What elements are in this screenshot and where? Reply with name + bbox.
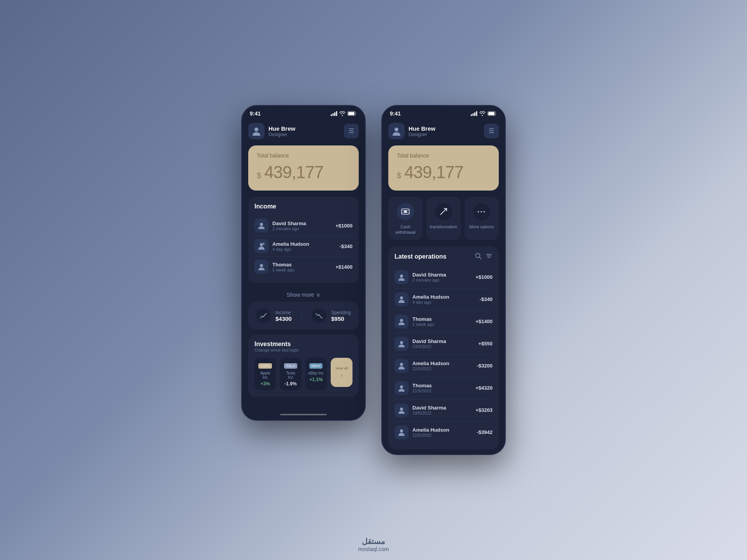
op-row-1: David Sharma 2 minutes ago +$1000 [395,266,493,289]
investment-aapl[interactable]: AAPL Apple Inc +3% [254,358,276,390]
ebay-change: +1.1% [309,377,324,382]
svg-rect-0 [331,114,332,116]
tx-amount-3: +$1400 [335,264,352,270]
balance-number-left: 439,177 [264,163,323,182]
op-row-8: Amelia Hudson 12/5/2022 -$3942 [395,422,493,443]
op-name-2: Amelia Hudson [412,294,449,300]
op-avatar-1 [395,270,409,284]
op-name-3: Thomas [412,316,434,322]
tx-time-2: 4 day ago [272,247,309,252]
watermark: مستقل mostaql.com [358,537,389,552]
tx-name-2: Amelia Hudson [272,241,309,247]
cash-withdrawal-icon [397,203,414,220]
cash-withdrawal-label: Cashwithdrawal [395,224,416,235]
svg-point-9 [262,243,265,245]
investment-tsla[interactable]: TSLA Tesla Inc -1.9% [280,358,301,390]
transformation-button[interactable]: transformation [426,197,461,240]
svg-point-28 [400,275,403,278]
view-all-button[interactable]: view all › [331,358,352,387]
operations-action-buttons [475,252,493,261]
income-summary-label: Income [275,310,292,315]
investments-subtitle: Change since last login [254,348,352,352]
svg-point-7 [260,223,263,226]
time-right: 9:41 [390,110,401,117]
home-indicator-left [242,411,365,420]
balance-amount-right: $ 439,177 [397,163,490,182]
op-name-4: David Sharma [412,338,446,344]
transaction-row-1: David Sharma 2 minutes ago +$1000 [254,215,352,236]
user-info-right: Hue Brew Designer [388,123,435,139]
op-name-6: Thomas [412,383,432,388]
op-avatar-4 [395,337,409,351]
wifi-icon-left [339,111,345,116]
menu-icon-left: ☰ [349,128,354,134]
left-phone-content: Hue Brew Designer ☰ Total balance $ 439,… [242,120,365,411]
menu-button-right[interactable]: ☰ [484,124,499,138]
operations-title: Latest operations [395,253,446,260]
signal-icon-right [471,111,477,116]
filter-operations-button[interactable] [486,252,493,261]
header-right: Hue Brew Designer ☰ [388,123,499,139]
aapl-name: Apple Inc [258,371,273,380]
time-left: 9:41 [250,110,261,117]
spending-summary: Spending $950 [312,308,351,323]
svg-line-24 [480,257,482,259]
svg-point-32 [400,363,403,366]
op-amount-4: +$550 [478,341,493,346]
user-text-left: Hue Brew Designer [268,125,295,137]
op-time-8: 12/5/2022 [412,433,449,438]
status-bar-right: 9:41 [382,106,505,120]
investment-ebay[interactable]: EBAY eBay Inc +1.1% [305,358,327,390]
op-amount-6: +$4320 [475,385,493,391]
svg-point-30 [400,319,403,322]
income-chart-icon [256,308,271,323]
svg-point-33 [400,385,403,388]
op-name-5: Amelia Hudson [412,360,449,366]
user-role-right: Designer [409,132,435,137]
summary-divider [302,308,302,324]
more-options-button[interactable]: ··· More options [465,197,499,240]
op-amount-2: -$340 [480,296,493,302]
op-time-2: 4 day ago [412,300,449,304]
transaction-row-3: Thomas 1 week ago +$1400 [254,256,352,277]
filter-icon [486,252,493,259]
ebay-name: eBay Inc [309,371,324,375]
op-time-1: 2 minutes ago [412,278,446,282]
right-phone-content: Hue Brew Designer ☰ Total balance $ 439,… [382,120,505,454]
summary-card: Income $4300 Spending $950 [248,302,359,330]
search-operations-button[interactable] [475,252,482,261]
svg-rect-11 [471,114,472,116]
tsla-change: -1.9% [283,381,298,387]
op-name-1: David Sharma [412,272,446,278]
op-avatar-3 [395,315,409,329]
op-avatar-2 [395,292,409,306]
income-summary: Income $4300 [256,308,292,323]
investments-list: AAPL Apple Inc +3% TSLA Tesla Inc -1.9% … [254,358,352,390]
more-options-icon: ··· [473,203,490,220]
svg-point-17 [395,128,398,131]
menu-button-left[interactable]: ☰ [344,124,359,138]
show-more-button[interactable]: Show more ∨ [248,288,359,302]
svg-rect-19 [404,210,407,213]
tsla-ticker: TSLA [284,363,297,369]
wifi-icon-right [479,111,486,116]
op-row-3: Thomas 1 week ago +$1400 [395,311,493,333]
balance-label-right: Total balance [397,152,490,159]
operations-header: Latest operations [395,252,493,261]
op-amount-3: +$1400 [475,318,493,324]
more-options-label: More options [469,224,494,229]
op-row-4: David Sharma 23/5/2022 +$550 [395,333,493,355]
user-role-left: Designer [268,132,295,137]
income-title-left: Income [254,203,352,210]
cash-withdrawal-button[interactable]: Cashwithdrawal [388,197,423,240]
op-time-3: 1 week ago [412,322,434,327]
op-avatar-8 [395,425,409,439]
menu-icon-right: ☰ [489,128,494,134]
svg-rect-1 [333,114,334,116]
op-avatar-6 [395,381,409,395]
svg-point-6 [254,128,258,131]
avatar-icon-right [391,126,402,136]
op-time-4: 23/5/2022 [412,344,446,349]
svg-rect-14 [476,111,477,116]
tsla-name: Tesla Inc [283,371,298,380]
